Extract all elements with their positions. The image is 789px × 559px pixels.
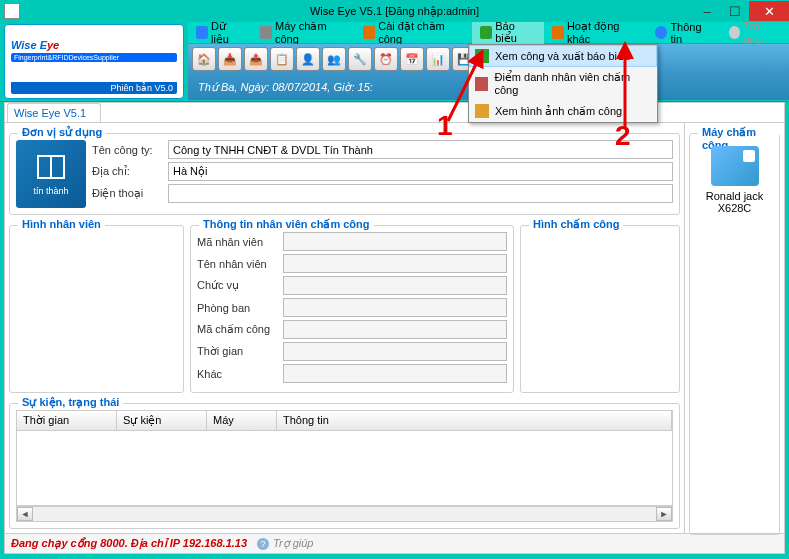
image-icon [475,104,489,118]
report-dropdown: Xem công và xuất báo biểu Điểm danh nhân… [468,44,658,123]
toolbar-btn-6[interactable]: 👥 [322,47,346,71]
emp-name-input[interactable] [283,254,507,273]
employee-row: Hình nhân viên Thông tin nhân viên chấm … [9,219,680,393]
scroll-left-button[interactable]: ◄ [17,507,33,521]
device-name: Ronald jack X628C [698,190,771,214]
scroll-right-button[interactable]: ► [656,507,672,521]
dropdown-label: Xem hình ảnh chấm công [495,105,622,118]
dropdown-label: Điểm danh nhân viên chấm công [494,71,651,96]
col-machine[interactable]: Máy [207,411,277,430]
dropdown-item-images[interactable]: Xem hình ảnh chấm công [469,100,657,122]
emp-id-input[interactable] [283,232,507,251]
address-label: Địa chỉ: [92,165,164,178]
emp-code-label: Mã chấm công [197,323,283,336]
toolbar-btn-2[interactable]: 📥 [218,47,242,71]
menu-label: Máy chấm công [275,20,347,45]
events-groupbox: Sự kiện, trạng thái Thời gian Sự kiện Má… [9,403,680,529]
scroll-track[interactable] [33,507,656,521]
company-logo-svg [34,152,68,182]
toolbar-btn-1[interactable]: 🏠 [192,47,216,71]
window-title: Wise Eye V5.1 [Đăng nhập:admin] [310,5,479,18]
window-buttons: – ☐ ✕ [693,1,789,21]
menu-info[interactable]: Thông tin [647,18,720,48]
emp-pos-label: Chức vụ [197,279,283,292]
emp-right-legend: Hình chấm công [529,218,623,231]
col-info[interactable]: Thông tin [277,411,672,430]
content: Đơn vị sử dụng tín thành Tên công ty: Đị… [5,123,784,533]
emp-attend-img-groupbox: Hình chấm công [520,225,680,393]
h-scrollbar[interactable]: ◄ ► [16,506,673,522]
company-logo: tín thành [16,140,86,208]
emp-info-legend: Thông tin nhân viên chấm công [199,218,374,231]
company-logo-text: tín thành [33,186,68,196]
col-time[interactable]: Thời gian [17,411,117,430]
emp-img-legend: Hình nhân viên [18,218,105,230]
maximize-button[interactable]: ☐ [721,1,749,21]
menu-label: Cài đặt chấm công [378,20,464,45]
emp-time-input[interactable] [283,342,507,361]
gear-icon [363,26,375,39]
data-icon [196,26,208,39]
company-fields: Tên công ty: Địa chỉ: Điện thoại [92,140,673,208]
events-grid-body[interactable] [16,431,673,506]
emp-pos-input[interactable] [283,276,507,295]
emp-dept-input[interactable] [283,298,507,317]
menubar: Dữ liệu Máy chấm công Cài đặt chấm công … [188,22,789,44]
dropdown-label: Xem công và xuất báo biểu [495,50,630,63]
dropdown-item-view-report[interactable]: Xem công và xuất báo biểu [469,45,657,67]
logo-brand-b: ye [47,39,59,51]
tab-main[interactable]: Wise Eye V5.1 [7,103,101,122]
phone-label: Điện thoại [92,187,164,200]
attendance-icon [475,77,488,91]
company-label: Tên công ty: [92,144,164,156]
toolbar-btn-4[interactable]: 📋 [270,47,294,71]
titlebar: Wise Eye V5.1 [Đăng nhập:admin] – ☐ ✕ [0,0,789,22]
dropdown-item-attendance[interactable]: Điểm danh nhân viên chấm công [469,67,657,100]
tab-strip: Wise Eye V5.1 [5,103,784,123]
emp-other-input[interactable] [283,364,507,383]
status-text: Đang chạy cổng 8000. Địa chỉ IP 192.168.… [11,537,247,550]
app-icon [4,3,20,19]
right-pane: Máy chấm công Ronald jack X628C [684,123,784,533]
emp-info-groupbox: Thông tin nhân viên chấm công Mã nhân vi… [190,225,514,393]
minimize-button[interactable]: – [693,1,721,21]
status-help[interactable]: ?Trợ giúp [257,537,313,550]
fire-icon [552,26,564,39]
emp-name-label: Tên nhân viên [197,258,283,270]
help-icon [729,26,741,39]
toolbar-btn-9[interactable]: 📅 [400,47,424,71]
address-input[interactable] [168,162,673,181]
left-pane: Đơn vị sử dụng tín thành Tên công ty: Đị… [5,123,684,533]
menu-label: Báo biểu [495,20,536,45]
device-icon [711,146,759,186]
toolbar-btn-7[interactable]: 🔧 [348,47,372,71]
emp-id-label: Mã nhân viên [197,236,283,248]
toolbar-btn-8[interactable]: ⏰ [374,47,398,71]
statusbar: Đang chạy cổng 8000. Địa chỉ IP 192.168.… [5,533,784,553]
emp-dept-label: Phòng ban [197,302,283,314]
toolbar-btn-3[interactable]: 📤 [244,47,268,71]
menu-label: Hoạt động khác [567,20,640,45]
emp-other-label: Khác [197,368,283,380]
info-icon [655,26,667,39]
logo-subtitle: Fingerprint&RFIDDevicesSupplier [11,53,177,62]
datetime-text: Thứ Ba, Ngày: 08/07/2014, Giờ: 15: [198,81,373,94]
tab-label: Wise Eye V5.1 [14,107,86,119]
unit-groupbox: Đơn vị sử dụng tín thành Tên công ty: Đị… [9,133,680,215]
col-event[interactable]: Sự kiện [117,411,207,430]
device-item[interactable]: Ronald jack X628C [696,140,773,220]
phone-input[interactable] [168,184,673,203]
status-help-label: Trợ giúp [273,537,313,550]
company-input[interactable] [168,140,673,159]
close-button[interactable]: ✕ [749,1,789,21]
main-panel: Wise Eye V5.1 Đơn vị sử dụng tín thành T… [4,102,785,554]
toolbar-btn-10[interactable]: 📊 [426,47,450,71]
emp-time-label: Thời gian [197,345,283,358]
menu-label: Dữ liệu [211,20,244,46]
toolbar-btn-5[interactable]: 👤 [296,47,320,71]
emp-code-input[interactable] [283,320,507,339]
menu-label: Thông tin [670,21,712,45]
header: Wise Eye Fingerprint&RFIDDevicesSupplier… [0,22,789,102]
emp-image-groupbox: Hình nhân viên [9,225,184,393]
logo-panel: Wise Eye Fingerprint&RFIDDevicesSupplier… [4,24,184,99]
